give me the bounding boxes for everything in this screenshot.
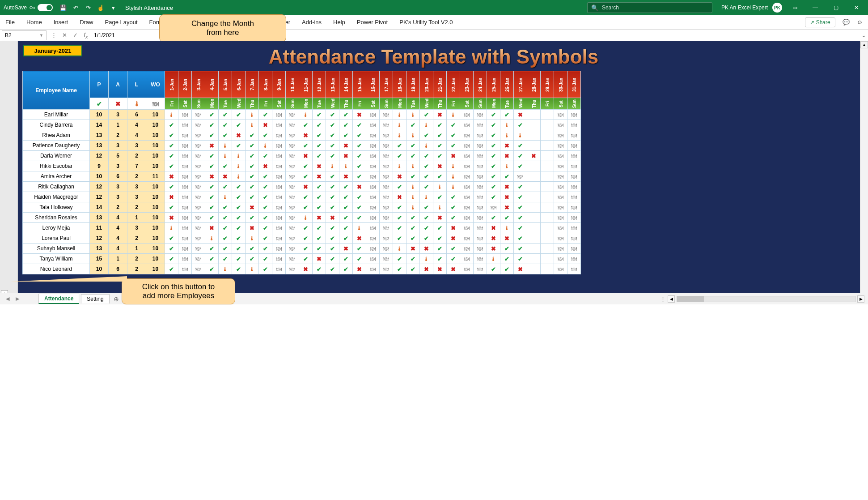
att-cell[interactable]: 🍽 xyxy=(178,130,192,141)
att-cell[interactable]: 🍽 xyxy=(554,254,567,264)
att-cell[interactable]: 🍽 xyxy=(366,233,380,244)
att-cell[interactable]: 🍽 xyxy=(286,182,299,192)
att-cell[interactable]: ✔ xyxy=(205,213,219,223)
att-cell[interactable]: ✔ xyxy=(205,161,219,171)
att-cell[interactable]: ✔ xyxy=(447,213,460,223)
att-cell[interactable]: ✔ xyxy=(393,223,406,233)
comments-icon[interactable]: 💬 xyxy=(843,19,850,26)
att-cell[interactable]: ✔ xyxy=(165,141,178,151)
qat-dropdown-icon[interactable]: ▾ xyxy=(109,4,117,12)
att-cell[interactable]: ✔ xyxy=(205,110,219,120)
ribbon-tab-file[interactable]: File xyxy=(5,19,15,26)
att-cell[interactable]: ✔ xyxy=(246,171,259,182)
att-cell[interactable]: ✔ xyxy=(232,213,246,223)
att-cell[interactable]: 🌡 xyxy=(406,182,420,192)
att-cell[interactable]: ✖ xyxy=(219,171,232,182)
att-cell[interactable]: 🍽 xyxy=(567,233,581,244)
att-cell[interactable]: ✔ xyxy=(219,223,232,233)
smiley-icon[interactable]: ☺ xyxy=(857,19,863,26)
att-cell[interactable]: ✖ xyxy=(339,244,353,254)
att-cell[interactable]: 🍽 xyxy=(192,202,205,213)
sum-wo[interactable]: 10 xyxy=(146,244,165,254)
att-cell[interactable]: ✔ xyxy=(232,141,246,151)
att-cell[interactable]: ✔ xyxy=(219,161,232,171)
sum-l[interactable]: 4 xyxy=(127,130,146,141)
att-cell[interactable]: 🍽 xyxy=(460,213,474,223)
att-cell[interactable]: 🌡 xyxy=(420,254,433,264)
cancel-icon[interactable]: ✕ xyxy=(59,30,70,40)
sum-p[interactable]: 13 xyxy=(90,130,109,141)
name-box[interactable]: B2 ▼ xyxy=(2,30,47,40)
att-cell[interactable]: 🍽 xyxy=(272,120,286,130)
ribbon-tab-addins[interactable]: Add-ins xyxy=(302,19,322,26)
sum-wo[interactable]: 10 xyxy=(146,213,165,223)
att-cell[interactable]: 🍽 xyxy=(272,254,286,264)
att-cell[interactable]: ✔ xyxy=(339,202,353,213)
att-cell[interactable]: ✖ xyxy=(406,244,420,254)
employee-name[interactable]: Darla Werner xyxy=(23,151,90,161)
att-cell[interactable]: ✔ xyxy=(219,182,232,192)
sum-l[interactable]: 3 xyxy=(127,192,146,202)
tab-prev-icon[interactable]: ◀ xyxy=(4,296,12,302)
att-cell[interactable]: ✖ xyxy=(205,141,219,151)
vertical-scrollbar[interactable]: ▲ xyxy=(860,41,868,293)
att-cell[interactable]: 🍽 xyxy=(366,130,380,141)
att-cell[interactable]: ✔ xyxy=(420,151,433,161)
att-cell[interactable]: 🍽 xyxy=(554,171,567,182)
att-cell[interactable]: 🌡 xyxy=(205,233,219,244)
att-cell[interactable]: ✖ xyxy=(353,264,366,274)
att-cell[interactable]: ✔ xyxy=(259,171,272,182)
att-cell[interactable]: ✔ xyxy=(447,244,460,254)
att-cell[interactable]: 🍽 xyxy=(192,151,205,161)
att-cell[interactable]: 🍽 xyxy=(272,182,286,192)
att-cell[interactable]: 🍽 xyxy=(474,110,487,120)
sum-p[interactable]: 12 xyxy=(90,151,109,161)
sum-p[interactable]: 13 xyxy=(90,141,109,151)
att-cell[interactable]: ✖ xyxy=(232,130,246,141)
att-cell[interactable] xyxy=(527,110,541,120)
att-cell[interactable]: ✔ xyxy=(326,151,339,161)
att-cell[interactable]: 🍽 xyxy=(460,141,474,151)
att-cell[interactable]: 🍽 xyxy=(554,141,567,151)
att-cell[interactable]: 🍽 xyxy=(272,171,286,182)
att-cell[interactable]: ✔ xyxy=(219,244,232,254)
att-cell[interactable]: ✔ xyxy=(205,202,219,213)
att-cell[interactable]: 🍽 xyxy=(460,161,474,171)
sum-p[interactable]: 12 xyxy=(90,233,109,244)
att-cell[interactable]: ✔ xyxy=(326,110,339,120)
att-cell[interactable]: ✔ xyxy=(487,161,500,171)
att-cell[interactable]: 🍽 xyxy=(272,161,286,171)
sum-a[interactable]: 6 xyxy=(109,264,127,274)
att-cell[interactable]: ✔ xyxy=(232,233,246,244)
att-cell[interactable]: 🌡 xyxy=(232,171,246,182)
att-cell[interactable]: ✔ xyxy=(219,110,232,120)
att-cell[interactable]: ✔ xyxy=(433,120,447,130)
att-cell[interactable]: 🍽 xyxy=(178,161,192,171)
att-cell[interactable]: ✔ xyxy=(487,192,500,202)
att-cell[interactable]: ✖ xyxy=(433,264,447,274)
att-cell[interactable]: 🍽 xyxy=(380,161,393,171)
att-cell[interactable]: ✔ xyxy=(246,130,259,141)
tab-split-icon[interactable]: ⋮ xyxy=(660,295,666,302)
att-cell[interactable]: ✔ xyxy=(514,182,527,192)
sum-a[interactable]: 1 xyxy=(109,120,127,130)
att-cell[interactable]: ✖ xyxy=(420,244,433,254)
att-cell[interactable]: ✔ xyxy=(232,244,246,254)
att-cell[interactable]: ✔ xyxy=(500,213,514,223)
att-cell[interactable]: ✔ xyxy=(514,161,527,171)
att-cell[interactable]: ✖ xyxy=(205,171,219,182)
sum-l[interactable]: 2 xyxy=(127,151,146,161)
att-cell[interactable]: ✔ xyxy=(420,213,433,223)
autosave[interactable]: AutoSave On xyxy=(4,4,53,11)
att-cell[interactable]: ✔ xyxy=(313,110,326,120)
att-cell[interactable]: ✔ xyxy=(500,254,514,264)
sum-a[interactable]: 6 xyxy=(109,171,127,182)
att-cell[interactable]: ✔ xyxy=(313,141,326,151)
att-cell[interactable] xyxy=(541,233,554,244)
employee-name[interactable]: Cindy Barrera xyxy=(23,120,90,130)
att-cell[interactable]: ✖ xyxy=(487,244,500,254)
att-cell[interactable]: ✔ xyxy=(433,244,447,254)
att-cell[interactable]: 🍽 xyxy=(286,192,299,202)
att-cell[interactable]: ✖ xyxy=(165,213,178,223)
sum-p[interactable]: 9 xyxy=(90,161,109,171)
